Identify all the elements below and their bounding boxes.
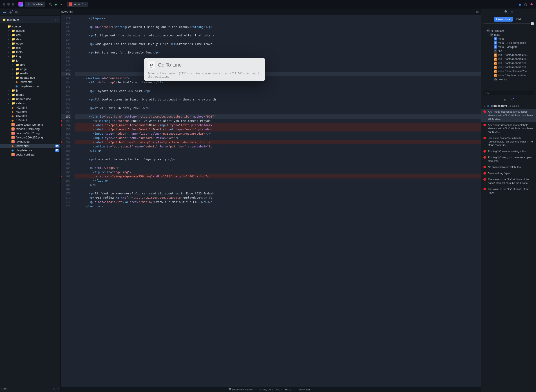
folder-icon: 📁	[11, 37, 15, 41]
tree-item[interactable]: favicon-256x256.png	[0, 135, 61, 140]
issue-item[interactable]: End tag "p" seen, but there were open el…	[481, 154, 536, 164]
dom-item[interactable]: #meta	[481, 37, 536, 41]
folder-icon: 📁	[15, 76, 19, 79]
scope-icon[interactable]: ◎	[53, 387, 55, 391]
tree-item[interactable]: ◆410.html	[0, 118, 61, 122]
tree-item[interactable]: ⌄📁source	[0, 24, 61, 28]
status-lang[interactable]: HTML ⌄	[285, 388, 295, 391]
files-icon[interactable]: ▬	[3, 10, 6, 14]
dom-item[interactable]: #meta – viewport	[481, 45, 536, 49]
dom-item[interactable]: ⬡link – /fonts/roobert/700…	[481, 65, 536, 69]
tree-item[interactable]: favicon.ico	[0, 140, 61, 144]
tree-item[interactable]: ›📁edge	[0, 67, 61, 71]
tab-hierarchical[interactable]: Hierarchical	[494, 17, 512, 22]
minimize-window[interactable]	[7, 3, 10, 6]
tree-item[interactable]: ›📁dev	[0, 37, 61, 41]
tree-item-label: js	[16, 89, 18, 92]
issue-item[interactable]: Any "input" descendant of a "label" elem…	[481, 122, 536, 135]
tree-item[interactable]: ◆index.html	[0, 80, 61, 84]
tree-item[interactable]: ›📁img	[0, 54, 61, 58]
status-symbol[interactable]: ☰ section#conclusion ⌄	[229, 388, 256, 391]
issue-item[interactable]: Bad value "none" for attribute "autocomp…	[481, 135, 536, 148]
dom-item[interactable]: ⬡link – /fonts/roobert/400…	[481, 57, 536, 61]
symbols-icon[interactable]: ◈	[9, 10, 12, 14]
image-icon	[11, 140, 15, 143]
maximize-window[interactable]	[12, 3, 14, 6]
split-icon[interactable]: ◫	[476, 10, 479, 13]
issue-item[interactable]: The value of the "for" attribute of the …	[481, 186, 536, 196]
dom-item[interactable]: ⬡link – /playdate.css?dec…	[481, 73, 536, 77]
issue-item[interactable]: The value of the "for" attribute of the …	[481, 177, 536, 186]
issue-item[interactable]: Stray end tag "span".	[481, 170, 536, 177]
editor-tab-filename[interactable]: index.html	[61, 10, 73, 13]
dom-item[interactable]: #meta – x-ua-compatible	[481, 41, 536, 45]
dom-item[interactable]: ⬡link – /css/colors.css?de…	[481, 69, 536, 73]
tree-item[interactable]: ◆playdate.cssM	[0, 148, 61, 152]
dom-item[interactable]: ⌄</>head	[481, 33, 536, 37]
filter-bar: ◎ ◷	[0, 386, 61, 392]
project-tab[interactable]: 🗎 play.date	[25, 2, 45, 7]
task-selector[interactable]: n serve ⌃⌄	[67, 2, 88, 7]
issue-item[interactable]: End tag "a" violates nesting rules.	[481, 148, 536, 155]
issues-path[interactable]: ⌄ 🗎 jp/index.html 11 issues	[481, 103, 536, 109]
tree-item[interactable]: ›📁media	[0, 71, 61, 75]
dom-item[interactable]: </>title	[481, 49, 536, 53]
status-tabs[interactable]: Tabs (4 sp) ⌄	[297, 388, 313, 391]
path-header[interactable]: 📁 play.date ⌄ ‹ ›	[0, 16, 61, 23]
editor-body[interactable]: 1291301311321331341351361371381391401411…	[61, 15, 481, 387]
grid-icon[interactable]: ⊞	[15, 10, 18, 14]
tree-item[interactable]: ◆playdate-jp.css	[0, 84, 61, 88]
tree-item[interactable]: ◆403.html	[0, 110, 61, 114]
filter-input[interactable]	[1, 387, 53, 391]
tree-item[interactable]: ›📁edge	[0, 41, 61, 46]
tree-item-label: 401.html	[16, 106, 27, 109]
status-diag[interactable]: +0, -1	[276, 388, 282, 391]
dom-item[interactable]: ⬡link – /fonts/roobert/700…	[481, 61, 536, 65]
tree-item[interactable]: ›📁fonts	[0, 50, 61, 54]
tree-item[interactable]: ›📁elist	[0, 46, 61, 50]
dom-item[interactable]: ⌄</>noscript	[481, 77, 536, 81]
clock-icon[interactable]: ◷	[57, 387, 59, 391]
tree-item[interactable]: ◆index.htmlM	[0, 144, 61, 148]
tree-item[interactable]: social-card.jpg	[0, 152, 61, 157]
tree-item[interactable]: ›📁videos	[0, 101, 61, 105]
dom-item[interactable]: ⌄</>html#teaser	[481, 29, 536, 33]
tree-item-label: videos	[16, 102, 25, 105]
preview-icon[interactable]: ◉	[518, 2, 522, 6]
image-icon	[11, 132, 15, 135]
add-icon[interactable]: ✚	[530, 2, 533, 6]
run-icon[interactable]: ▶	[54, 2, 58, 6]
tree-item[interactable]: favicon-16x16.png	[0, 127, 61, 131]
issues-all-icon[interactable]: ✻	[504, 98, 507, 102]
close-window[interactable]	[3, 3, 5, 6]
tree-item[interactable]: ›📁update-dec	[0, 75, 61, 80]
search-icon[interactable]: 🔍	[504, 10, 508, 14]
tab-flat[interactable]: Flat	[514, 17, 523, 22]
tree-item[interactable]: ›📁css	[0, 33, 61, 37]
tree-item[interactable]: ◆404.html	[0, 114, 61, 118]
tree-item[interactable]: ›📁update-dec	[0, 97, 61, 101]
tree-item[interactable]: ›📁dev	[0, 63, 61, 67]
issue-item[interactable]: Any "input" descendant of a "label" elem…	[481, 109, 536, 122]
dom-item[interactable]: ⬡link – /fonts/roobert/400…	[481, 53, 536, 57]
tree-item[interactable]: apple-touch-icon.png	[0, 122, 61, 127]
tree-item[interactable]: ›📁assets	[0, 28, 61, 33]
forward-icon[interactable]: ›	[57, 18, 58, 21]
tree-item[interactable]: favicon-32x32.png	[0, 131, 61, 135]
structure-icon[interactable]: ≡	[511, 10, 513, 14]
tree-item-label: dev	[16, 37, 21, 41]
tree-item[interactable]: ›📁js	[0, 88, 61, 93]
tree-item[interactable]: ◆401.html	[0, 105, 61, 110]
tree-item[interactable]: ›📁media	[0, 93, 61, 97]
hammer-icon[interactable]: 🔨	[49, 2, 52, 6]
back-icon[interactable]: ‹	[55, 18, 56, 21]
issues-warn-icon[interactable]: ⚠	[511, 98, 513, 102]
stop-icon[interactable]: ■	[60, 2, 63, 6]
goto-line-input[interactable]	[158, 62, 262, 68]
tree-item[interactable]: ⌄📁jp	[0, 58, 61, 63]
issue-item[interactable]: No space between attributes.	[481, 164, 536, 170]
dom-filter-input[interactable]	[483, 91, 534, 95]
panel-icon[interactable]: ▢	[524, 2, 527, 6]
depth-slider[interactable]	[481, 23, 536, 28]
status-position[interactable]: Ln 152, Col 1	[259, 388, 273, 391]
